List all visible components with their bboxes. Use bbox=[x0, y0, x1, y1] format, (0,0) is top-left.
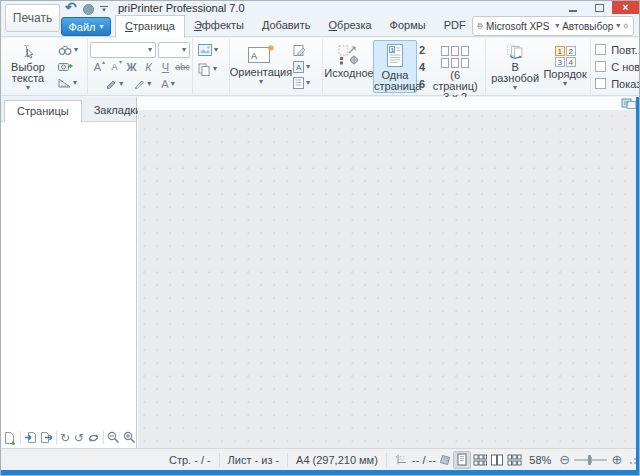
profile-name[interactable]: Автовыбор bbox=[562, 21, 613, 32]
insert-page-after-button[interactable] bbox=[40, 430, 53, 445]
status-paper-size[interactable]: A4 (297,210 мм) bbox=[296, 454, 378, 466]
shuffle-button[interactable]: В разнобой ▾ bbox=[488, 40, 542, 93]
printer-dropdown-icon[interactable]: ▾ bbox=[555, 22, 559, 30]
printer-name: Microsoft XPS Document Writer bbox=[486, 21, 552, 32]
checkbox-icon bbox=[595, 44, 606, 55]
zoom-slider-handle[interactable] bbox=[588, 455, 591, 465]
insert-page-before-button[interactable] bbox=[24, 430, 37, 445]
file-menu-button[interactable]: Файл ▾ bbox=[61, 17, 111, 36]
select-text-button[interactable]: Выбор текста ▾ bbox=[5, 40, 51, 93]
status-sheet-indicator[interactable]: Лист - из - bbox=[228, 454, 280, 466]
rotate-cw-button[interactable]: ↻ bbox=[60, 430, 71, 445]
maximize-button[interactable] bbox=[586, 1, 612, 14]
preview-canvas[interactable] bbox=[138, 110, 639, 448]
close-button[interactable]: × bbox=[612, 1, 639, 14]
italic-button[interactable]: К bbox=[141, 59, 156, 75]
quick-print-button[interactable]: Печать bbox=[5, 4, 60, 32]
undo-icon[interactable]: ↶ bbox=[65, 0, 77, 15]
checkbox-repeat[interactable]: Повт... bbox=[595, 42, 640, 57]
font-color-button[interactable]: А ▾ bbox=[159, 76, 176, 92]
font-color-dropdown-icon: ▾ bbox=[171, 80, 175, 88]
tab-effects[interactable]: Эффекты bbox=[185, 15, 253, 37]
one-page-button[interactable]: 1 Одна страница bbox=[373, 40, 417, 93]
font-size-combo[interactable]: ▾ bbox=[158, 42, 190, 58]
underline-button[interactable]: Ч bbox=[158, 59, 173, 75]
new-page-button[interactable] bbox=[4, 430, 17, 445]
select-text-dropdown-icon: ▾ bbox=[26, 84, 30, 92]
ribbon-group-select: Выбор текста ▾ bbox=[3, 39, 53, 94]
view-single-page-button[interactable] bbox=[453, 451, 471, 469]
find-dropdown-icon: ▾ bbox=[74, 46, 78, 54]
status-bar: Стр. - / - Лист - из - A4 (297,210 мм) -… bbox=[1, 448, 639, 470]
status-page-indicator[interactable]: Стр. - / - bbox=[169, 454, 211, 466]
checkbox-from-new[interactable]: С нов... bbox=[595, 59, 640, 74]
customize-quick-access-icon[interactable]: ▾ bbox=[100, 6, 108, 12]
zoom-out-page-button[interactable] bbox=[107, 430, 120, 445]
page-preview-icon[interactable] bbox=[621, 97, 637, 110]
profile-dropdown-icon[interactable]: ▾ bbox=[616, 22, 620, 30]
snapshot-button[interactable] bbox=[56, 59, 84, 75]
strikethrough-button[interactable]: abc bbox=[175, 59, 190, 75]
pages-2-button[interactable]: 2 bbox=[419, 44, 425, 56]
zoom-percentage[interactable]: 58% bbox=[529, 454, 551, 466]
edit-page-button[interactable] bbox=[291, 42, 319, 58]
zoom-in-button[interactable]: ⊕ bbox=[611, 453, 622, 466]
font-family-combo[interactable]: ▾ bbox=[90, 42, 156, 58]
page-lines-button[interactable]: ▾ bbox=[291, 75, 319, 91]
svg-text:А: А bbox=[251, 51, 257, 61]
rotate-ccw-button[interactable]: ↺ bbox=[73, 430, 84, 445]
copy-page-button[interactable]: ▾ bbox=[196, 61, 226, 77]
tab-forms[interactable]: Формы bbox=[381, 15, 435, 37]
orientation-button[interactable]: А Ориентация ▾ bbox=[232, 40, 290, 93]
highlight-button[interactable]: ▾ bbox=[103, 76, 125, 92]
preview-top-strip bbox=[138, 97, 639, 110]
minimize-button[interactable] bbox=[560, 1, 586, 14]
bold-button[interactable]: Ж bbox=[124, 59, 139, 75]
ribbon-group-options: Повт... С нов... Показ... bbox=[591, 39, 640, 94]
ribbon-group-orientation: А Ориентация ▾ bbox=[230, 39, 323, 94]
order-dropdown-icon: ▾ bbox=[563, 80, 567, 88]
font-family-dropdown-icon: ▾ bbox=[148, 46, 152, 54]
caret-down-icon: ▾ bbox=[119, 58, 122, 65]
pen-button[interactable]: ▾ bbox=[131, 76, 153, 92]
page-lines-icon bbox=[293, 77, 304, 89]
picture-text-button[interactable]: ▾ bbox=[196, 42, 226, 58]
tab-page[interactable]: Страница bbox=[115, 15, 185, 38]
printer-selector[interactable]: Microsoft XPS Document Writer ▾ Автовыбо… bbox=[472, 16, 634, 36]
pages-4-button[interactable]: 4 bbox=[419, 61, 425, 73]
picture-dropdown-icon: ▾ bbox=[214, 46, 218, 54]
checkbox-show[interactable]: Показ... bbox=[595, 76, 640, 91]
page-text-button[interactable]: А ▾ bbox=[291, 59, 319, 75]
find-button[interactable]: ▾ bbox=[56, 42, 84, 58]
measure-button[interactable]: ▾ bbox=[56, 75, 84, 91]
view-flip-button[interactable] bbox=[436, 451, 453, 469]
view-two-pages-button[interactable] bbox=[488, 451, 505, 469]
original-layout-button[interactable]: Исходное bbox=[325, 40, 373, 93]
tab-crop[interactable]: Обрезка bbox=[320, 15, 381, 37]
gear-icon[interactable] bbox=[623, 20, 629, 32]
tab-pdf[interactable]: PDF bbox=[435, 15, 475, 37]
shrink-font-button[interactable]: А ▾ bbox=[107, 59, 122, 75]
six-pages-button[interactable]: (6 страниц) 3 х 2 ▾ bbox=[427, 40, 483, 93]
sidebar-tab-pages[interactable]: Страницы bbox=[4, 100, 82, 122]
redo-circle-icon[interactable] bbox=[83, 4, 94, 15]
ribbon-group-order: В разнобой ▾ 1 2 3 4 Порядок ▾ bbox=[486, 39, 591, 94]
zoom-out-button[interactable]: ⊖ bbox=[559, 453, 570, 466]
tab-insert[interactable]: Добавить bbox=[253, 15, 320, 37]
shuffle-pages-icon bbox=[502, 44, 528, 60]
zoom-in-page-button[interactable] bbox=[123, 430, 136, 445]
page-text-dropdown-icon: ▾ bbox=[306, 63, 310, 71]
pen-dropdown-icon: ▾ bbox=[147, 80, 151, 88]
rotate-ccw-icon: ↺ bbox=[74, 431, 84, 445]
order-button[interactable]: 1 2 3 4 Порядок ▾ bbox=[542, 40, 588, 93]
select-text-label: Выбор текста bbox=[8, 62, 48, 84]
pages-6-button[interactable]: 6 bbox=[419, 78, 425, 90]
view-grid-button[interactable] bbox=[506, 451, 523, 469]
rotate-180-button[interactable] bbox=[87, 430, 100, 445]
view-thumbnails-button[interactable] bbox=[471, 451, 488, 469]
camera-icon bbox=[58, 61, 73, 72]
zoom-slider[interactable] bbox=[574, 459, 607, 461]
highlighter-icon bbox=[105, 78, 117, 89]
toolbar-separator bbox=[103, 431, 104, 444]
grow-font-button[interactable]: А ▴ bbox=[90, 59, 105, 75]
